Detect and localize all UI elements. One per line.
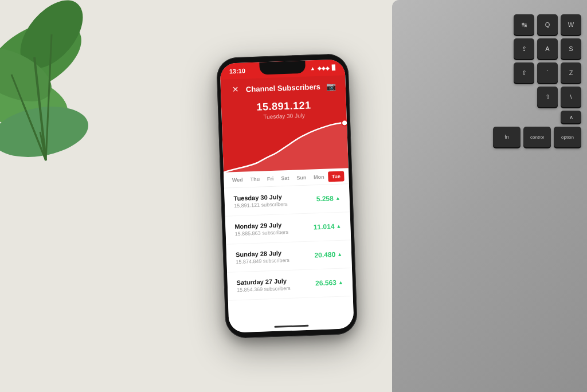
keyboard: ↹ Q W ⇪ A S ⇧ ` Z ⇧ \ ∧ fn control o	[401, 14, 581, 151]
svg-point-10	[342, 120, 347, 126]
close-icon: ✕	[232, 85, 240, 94]
list-item[interactable]: Saturday 27 July 15.854.369 subscribers …	[227, 268, 353, 301]
list-item-delta-area: 26.563 ▲	[315, 279, 343, 288]
list-item-arrow-icon: ▲	[337, 252, 342, 257]
list-item-delta: 20.480	[314, 250, 335, 259]
phone: 13:10 ▲ ◆◆◆ ▉ ✕ Channel Subscribers 📷	[216, 53, 358, 339]
signal-icon: ◆◆◆	[318, 65, 330, 71]
list-item-date: Saturday 27 July	[237, 277, 291, 286]
keyboard-modifier-row: fn control option	[401, 127, 581, 147]
list-item-delta: 11.014	[314, 222, 335, 231]
list-item-date: Tuesday 30 July	[233, 193, 287, 202]
list-item-arrow-icon: ▲	[338, 280, 343, 285]
tab-wed[interactable]: Wed	[229, 174, 246, 185]
close-button[interactable]: ✕	[230, 84, 242, 96]
tab-mon[interactable]: Mon	[310, 171, 328, 182]
header-title-bar: ✕ Channel Subscribers 📷	[220, 75, 346, 100]
list-item-subscribers: 15.874.849 subscribers	[236, 257, 289, 265]
laptop-body: ↹ Q W ⇪ A S ⇧ ` Z ⇧ \ ∧ fn control o	[392, 0, 587, 392]
list-item-delta: 26.563	[315, 279, 336, 287]
list-item-arrow-icon: ▲	[336, 224, 341, 229]
list-item-subscribers: 15.854.369 subscribers	[237, 285, 291, 293]
shift-key[interactable]: ⇧	[514, 62, 534, 83]
list-item[interactable]: Sunday 28 July 15.874.849 subscribers 20…	[226, 240, 352, 273]
list-item-delta-area: 11.014 ▲	[314, 222, 342, 232]
list-item[interactable]: Monday 29 July 15.885.863 subscribers 11…	[225, 212, 351, 245]
page-title: Channel Subscribers	[246, 82, 320, 93]
status-time: 13:10	[229, 67, 246, 75]
phone-notch	[259, 61, 306, 75]
tab-sun[interactable]: Sun	[293, 172, 310, 183]
keyboard-row-1: ↹ Q W	[401, 14, 581, 35]
option-key[interactable]: option	[554, 127, 581, 147]
list-item-date: Sunday 28 July	[236, 249, 289, 258]
keyboard-row-4: ⇧ \	[401, 87, 581, 107]
a-key[interactable]: A	[537, 38, 558, 59]
camera-button[interactable]: 📷	[325, 80, 337, 92]
keyboard-row-3: ⇧ ` Z	[401, 62, 581, 83]
tab-sat[interactable]: Sat	[277, 173, 293, 183]
list-item-info: Saturday 27 July 15.854.369 subscribers	[237, 277, 291, 293]
list-item-info: Sunday 28 July 15.874.849 subscribers	[236, 249, 289, 265]
plant-decoration	[0, 0, 115, 183]
tilde-key[interactable]: `	[537, 62, 558, 83]
fn-key[interactable]: fn	[493, 127, 521, 147]
phone-screen: 13:10 ▲ ◆◆◆ ▉ ✕ Channel Subscribers 📷	[220, 59, 354, 332]
list-item-subscribers: 15.891.121 subscribers	[234, 201, 288, 209]
list-item-delta-area: 5.258 ▲	[316, 194, 341, 203]
shift-left-key[interactable]: ⇧	[537, 87, 558, 107]
list-item-delta: 5.258	[316, 194, 334, 203]
subscriber-list: Tuesday 30 July 15.891.121 subscribers 5…	[224, 184, 354, 332]
phone-body: 13:10 ▲ ◆◆◆ ▉ ✕ Channel Subscribers 📷	[216, 53, 358, 339]
tab-key[interactable]: ↹	[514, 14, 534, 35]
battery-icon: ▉	[332, 65, 336, 70]
tab-thu[interactable]: Thu	[246, 174, 263, 185]
tab-fri[interactable]: Fri	[264, 173, 277, 184]
camera-icon: 📷	[326, 81, 336, 91]
list-item-delta-area: 20.480 ▲	[314, 250, 342, 260]
list-item-subscribers: 15.885.863 subscribers	[235, 229, 289, 237]
up-key[interactable]: ∧	[561, 111, 581, 123]
q-key[interactable]: Q	[537, 14, 558, 35]
tab-tue[interactable]: Tue	[328, 171, 344, 182]
list-item-arrow-icon: ▲	[335, 195, 341, 201]
list-item-date: Monday 29 July	[234, 221, 288, 230]
keyboard-bottom-row: ∧	[401, 111, 581, 123]
w-key[interactable]: W	[561, 14, 581, 35]
backslash-key[interactable]: \	[561, 87, 581, 107]
wifi-icon: ▲	[310, 65, 315, 71]
keyboard-row-2: ⇪ A S	[401, 38, 581, 59]
list-item[interactable]: Tuesday 30 July 15.891.121 subscribers 5…	[224, 184, 350, 217]
control-key[interactable]: control	[523, 127, 551, 147]
status-icons: ▲ ◆◆◆ ▉	[310, 65, 336, 72]
z-key[interactable]: Z	[561, 62, 581, 83]
capslock-key[interactable]: ⇪	[514, 38, 534, 59]
s-key[interactable]: S	[561, 38, 581, 59]
list-item-info: Tuesday 30 July 15.891.121 subscribers	[233, 193, 287, 209]
list-item-info: Monday 29 July 15.885.863 subscribers	[234, 221, 288, 237]
